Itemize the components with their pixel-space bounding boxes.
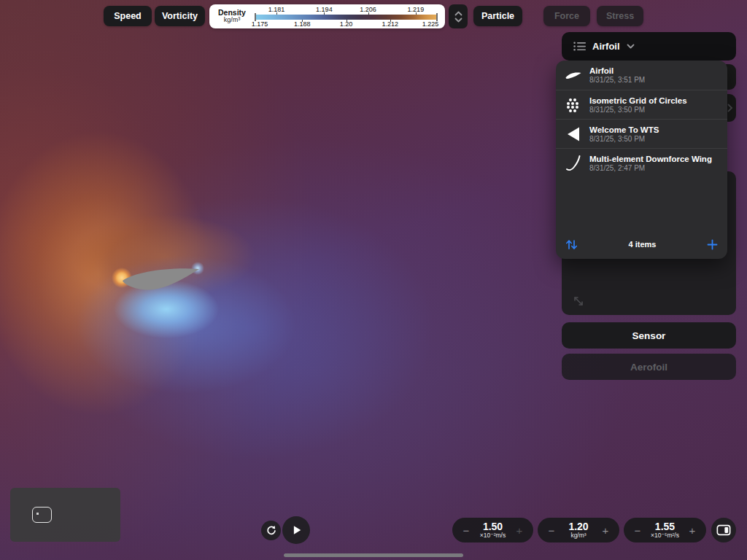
play-button[interactable] <box>282 516 310 544</box>
wing-curve-icon <box>563 155 584 172</box>
dot-grid-icon <box>563 97 584 113</box>
colorbar-range-stepper[interactable] <box>449 4 468 28</box>
airfoil-body <box>117 262 204 303</box>
decrease-button[interactable]: − <box>633 524 642 537</box>
speed-stepper: − 1.50 ×10⁻²m/s + <box>452 518 533 542</box>
chevron-up-icon[interactable] <box>454 11 462 16</box>
colorbar-tick-label: 1.212 <box>382 20 398 28</box>
chevron-down-icon <box>627 44 635 49</box>
play-icon <box>290 524 303 537</box>
airfoil-icon <box>563 69 584 82</box>
density-unit: kg/m³ <box>568 532 588 539</box>
decrease-button[interactable]: − <box>547 524 556 537</box>
minimap-object-dot <box>36 513 39 515</box>
speed-unit: ×10⁻²m/s <box>480 532 506 539</box>
sidebar-right-icon <box>716 524 731 536</box>
file-dropdown-menu: Airfoil 8/31/25, 3:51 PM Isometric Grid … <box>556 61 727 259</box>
colorbar-scale: 1.181 1.194 1.206 1.219 1.175 1.188 1.20… <box>255 4 438 28</box>
minimap-viewport[interactable] <box>32 507 52 523</box>
colorbar-tick-label: 1.175 <box>252 20 268 28</box>
aerofoil-button: Aerofoil <box>562 354 736 380</box>
add-item-icon[interactable] <box>707 239 718 250</box>
resize-diagonal-icon[interactable] <box>570 293 587 309</box>
file-name: Multi-element Downforce Wing <box>589 155 712 163</box>
file-timestamp: 8/31/25, 3:50 PM <box>589 106 687 114</box>
stress-button: Stress <box>597 6 643 26</box>
force-button: Force <box>543 6 590 26</box>
file-item-downforce-wing[interactable]: Multi-element Downforce Wing 8/31/25, 2:… <box>556 148 727 177</box>
sensor-button[interactable]: Sensor <box>562 322 736 349</box>
reset-button[interactable] <box>261 521 281 540</box>
increase-button[interactable]: + <box>601 524 610 537</box>
colorbar-tick-label: 1.20 <box>340 20 353 28</box>
colorbar-unit: kg/m³ <box>209 17 255 24</box>
file-name: Isometric Grid of Circles <box>589 96 687 105</box>
particle-button[interactable]: Particle <box>473 6 522 26</box>
triangle-icon <box>563 126 584 142</box>
colorbar-tick-label: 1.225 <box>422 20 439 28</box>
decrease-button[interactable]: − <box>462 524 471 537</box>
home-indicator[interactable] <box>284 553 463 557</box>
file-timestamp: 8/31/25, 3:50 PM <box>589 135 659 143</box>
file-timestamp: 8/31/25, 3:51 PM <box>589 76 645 84</box>
colorbar-label: Density kg/m³ <box>209 9 255 24</box>
file-item-isometric-grid[interactable]: Isometric Grid of Circles 8/31/25, 3:50 … <box>556 90 727 119</box>
file-name: Airfoil <box>589 66 645 75</box>
file-item-airfoil[interactable]: Airfoil 8/31/25, 3:51 PM <box>556 61 727 90</box>
colorbar-tick-label: 1.188 <box>294 20 311 28</box>
speed-value: 1.50 <box>480 521 506 532</box>
vorticity-button[interactable]: Vorticity <box>155 6 205 26</box>
viscosity-stepper: − 1.55 ×10⁻⁵m²/s + <box>624 518 706 542</box>
reset-icon <box>266 525 277 537</box>
file-name: Welcome To WTS <box>589 125 659 134</box>
file-item-welcome[interactable]: Welcome To WTS 8/31/25, 3:50 PM <box>556 119 727 148</box>
selected-file-label: Airfoil <box>592 41 620 52</box>
increase-button[interactable]: + <box>515 524 524 537</box>
chevron-down-icon[interactable] <box>454 18 462 23</box>
list-icon <box>573 42 586 51</box>
item-count-label: 4 items <box>578 240 707 249</box>
density-colorbar-panel: Density kg/m³ 1.181 1.194 1.206 1.219 1.… <box>209 4 445 28</box>
minimap-panel[interactable] <box>10 488 120 542</box>
file-menu-header[interactable]: Airfoil <box>562 32 736 61</box>
viscosity-value: 1.55 <box>651 521 679 532</box>
panel-toggle-button[interactable] <box>711 518 736 542</box>
sort-icon[interactable] <box>565 238 578 251</box>
colorbar-gradient <box>255 15 438 20</box>
viscosity-unit: ×10⁻⁵m²/s <box>651 532 679 539</box>
speed-button[interactable]: Speed <box>104 6 152 26</box>
file-timestamp: 8/31/25, 2:47 PM <box>589 164 712 172</box>
chevron-right-icon <box>727 104 733 112</box>
density-stepper: − 1.20 kg/m³ + <box>538 518 619 542</box>
increase-button[interactable]: + <box>688 524 697 537</box>
density-value: 1.20 <box>568 521 588 532</box>
